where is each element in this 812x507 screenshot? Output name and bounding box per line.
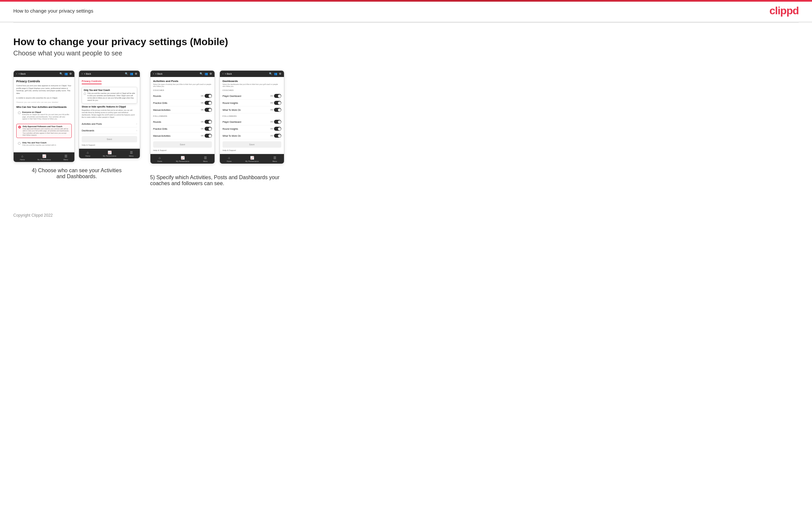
option-only-you[interactable]: Only You and Your Coach Only you and the… <box>16 140 72 148</box>
nav2-home-label: Home <box>85 155 90 157</box>
caption4-area: 4) Choose who can see your Activities an… <box>30 168 123 179</box>
menu-icon: ☰ <box>64 154 67 158</box>
nav4-performance[interactable]: 📈 My Performance <box>245 156 259 162</box>
screen1-back[interactable]: ‹ < Back <box>16 72 26 75</box>
tooltip-radio <box>84 93 86 95</box>
menu-icon3: ☰ <box>204 156 207 160</box>
nav-performance[interactable]: 📈 My Performance <box>38 154 51 161</box>
nav3-performance[interactable]: 📈 My Performance <box>176 156 189 162</box>
screen1-icons: 🔍 👥 ⚙ <box>59 72 72 75</box>
nav2-home[interactable]: ⌂ Home <box>85 151 90 157</box>
settings-icon[interactable]: ⚙ <box>69 72 72 75</box>
nav2-performance-label: My Performance <box>103 155 116 157</box>
toggle4-followers-player-switch[interactable]: ON <box>270 120 281 124</box>
option-approved[interactable]: Only Approved Followers and Your Coach O… <box>16 124 72 138</box>
toggle-coaches-manual-switch[interactable]: ON <box>201 108 212 112</box>
menu-item-activities[interactable]: Activities and Posts › <box>82 121 137 127</box>
screen3-body: Activities and Posts Select the types of… <box>150 77 214 154</box>
nav3-performance-label: My Performance <box>176 160 189 162</box>
toggle4-coaches-player-switch[interactable]: ON <box>270 94 281 98</box>
toggle4-coaches-player: Player Dashboard ON <box>222 93 281 100</box>
footer: Copyright Clippd 2022 <box>0 206 812 224</box>
toggle-followers-drills-switch[interactable]: ON <box>201 127 212 131</box>
search-icon4[interactable]: 🔍 <box>269 72 272 75</box>
screen4-back[interactable]: ‹ < Back <box>222 72 232 75</box>
nav-menu-label: Menu <box>63 159 68 161</box>
people-icon[interactable]: 👥 <box>64 72 68 75</box>
settings-icon3[interactable]: ⚙ <box>210 72 212 75</box>
toggle4-followers-player-label: Player Dashboard <box>222 121 241 123</box>
toggle-pill6 <box>205 134 212 138</box>
left-section: ‹ < Back 🔍 👥 ⚙ Privacy Controls Control … <box>13 70 140 179</box>
screen3-desc: Select the types of activity that you'd … <box>153 83 212 87</box>
coaches-label4: COACHES <box>222 89 281 91</box>
screen2-back[interactable]: ‹ < Back <box>82 72 91 75</box>
save-button-screen2[interactable]: Save <box>82 136 137 143</box>
screen4-mockup: ‹ < Back 🔍 👥 ⚙ Dashboards Select the das… <box>219 70 284 164</box>
people-icon4[interactable]: 👥 <box>274 72 277 75</box>
save-button-screen4[interactable]: Save <box>222 142 281 148</box>
screen3-back-label: < Back <box>155 73 163 75</box>
toggle4-pill6 <box>274 134 281 138</box>
nav3-home[interactable]: ⌂ Home <box>157 156 162 162</box>
nav4-menu[interactable]: ☰ Menu <box>273 156 277 162</box>
toggle-on-text6: ON <box>201 135 204 137</box>
screen1-section-heading: Who Can See Your Activities and Dashboar… <box>16 106 72 108</box>
toggle4-followers-round-insights-switch[interactable]: ON <box>270 127 281 131</box>
toggle4-on-text4: ON <box>270 121 273 123</box>
chevron-activities: › <box>136 122 137 125</box>
toggle-followers-drills: Practice Drills ON <box>153 125 212 132</box>
screen3-bottomnav: ⌂ Home 📈 My Performance ☰ Menu <box>150 154 214 164</box>
save-button-screen3[interactable]: Save <box>153 142 212 148</box>
screen3-back[interactable]: ‹ < Back <box>153 72 162 75</box>
screen4-icons: 🔍 👥 ⚙ <box>269 72 281 75</box>
caption5-area: 5) Specify which Activities, Posts and D… <box>150 169 283 186</box>
nav3-menu[interactable]: ☰ Menu <box>203 156 208 162</box>
nav2-menu[interactable]: ☰ Menu <box>129 151 134 157</box>
menu-icon4: ☰ <box>273 156 276 160</box>
screen1-desc2: is visible to anyone who searches for yo… <box>16 97 72 100</box>
search-icon2[interactable]: 🔍 <box>125 72 128 75</box>
screen1-title: Privacy Controls <box>16 79 72 83</box>
screen3-mockup: ‹ < Back 🔍 👥 ⚙ Activities and Posts Sele… <box>150 70 215 164</box>
menu-dashboards-label: Dashboards <box>82 129 94 132</box>
toggle-coaches-drills-switch[interactable]: ON <box>201 101 212 105</box>
option-everyone[interactable]: Everyone on Clippd Everyone on Clippd ca… <box>16 110 72 121</box>
nav4-home[interactable]: ⌂ Home <box>227 156 232 162</box>
screen4-topbar: ‹ < Back 🔍 👥 ⚙ <box>220 71 284 77</box>
toggle4-coaches-what-to-work-switch[interactable]: ON <box>270 108 281 112</box>
toggle-followers-manual-switch[interactable]: ON <box>201 134 212 138</box>
nav-home[interactable]: ⌂ Home <box>20 154 25 161</box>
chart-icon2: 📈 <box>108 151 112 154</box>
topbar-title: How to change your privacy settings <box>13 8 93 14</box>
nav-menu[interactable]: ☰ Menu <box>63 154 68 161</box>
toggle4-pill1 <box>274 94 281 98</box>
people-icon2[interactable]: 👥 <box>130 72 133 75</box>
menu-item-dashboards[interactable]: Dashboards › <box>82 127 137 134</box>
screen2-tab[interactable]: Privacy Controls <box>82 79 102 84</box>
settings-icon4[interactable]: ⚙ <box>279 72 281 75</box>
toggle4-pill5 <box>274 127 281 131</box>
toggle4-followers-what-to-work: What To Work On ON <box>222 132 281 139</box>
chart-icon4: 📈 <box>250 156 254 160</box>
toggle4-coaches-player-label: Player Dashboard <box>222 95 241 97</box>
people-icon3[interactable]: 👥 <box>205 72 208 75</box>
nav2-performance[interactable]: 📈 My Performance <box>103 151 116 157</box>
copyright-text: Copyright Clippd 2022 <box>13 213 53 218</box>
search-icon[interactable]: 🔍 <box>59 72 63 75</box>
toggle-coaches-rounds-switch[interactable]: ON <box>201 94 212 98</box>
option-only-you-desc: Only you and the coaches you connect wit… <box>22 144 56 146</box>
settings-icon2[interactable]: ⚙ <box>135 72 137 75</box>
toggle4-coaches-round-insights-switch[interactable]: ON <box>270 101 281 105</box>
screen4-bottomnav: ⌂ Home 📈 My Performance ☰ Menu <box>220 154 284 164</box>
option-approved-text: Only Approved Followers and Your Coach O… <box>22 125 70 136</box>
toggle-followers-rounds-switch[interactable]: ON <box>201 120 212 124</box>
toggle4-followers-what-to-work-switch[interactable]: ON <box>270 134 281 138</box>
search-icon3[interactable]: 🔍 <box>200 72 203 75</box>
home-icon4: ⌂ <box>228 156 230 160</box>
feature-desc: Regardless of the privacy controls that … <box>82 109 137 118</box>
screen4-desc: Select the dashboards that you'd like to… <box>222 83 281 87</box>
top-bar: How to change your privacy settings clip… <box>0 0 812 22</box>
radio-approved <box>18 126 21 128</box>
screen4-back-label: < Back <box>225 73 232 75</box>
